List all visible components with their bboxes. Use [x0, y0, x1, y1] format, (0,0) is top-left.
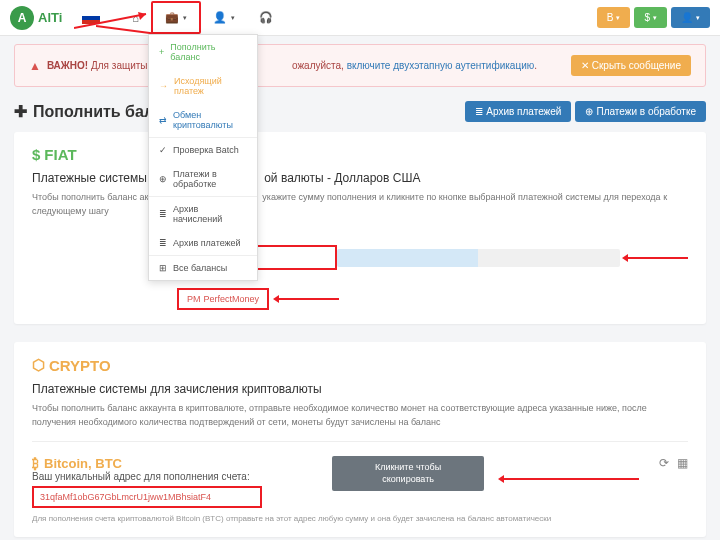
fiat-panel: $ FIAT Платежные системы длой валюты - Д…: [14, 132, 706, 324]
alert-icon: ▲: [29, 59, 41, 73]
annotation-arrow-btc: [504, 478, 639, 480]
btc-note: Для пополнения счета криптовалютой Bitco…: [32, 514, 688, 523]
fiat-subtitle: Платежные системы длой валюты - Долларов…: [32, 171, 688, 185]
nav-wallet-dropdown[interactable]: 💼▾: [151, 1, 201, 34]
refresh-icon[interactable]: ⟳: [659, 456, 669, 470]
crypto-panel: ⬡ CRYPTO Платежные системы для зачислени…: [14, 342, 706, 537]
dropdown-item[interactable]: ⊕Платежи в обработке: [149, 162, 257, 196]
alert-strong: ВАЖНО!: [47, 60, 88, 71]
dropdown-item[interactable]: →Исходящий платеж: [149, 69, 257, 103]
btc-title: ₿ Bitcoin, BTC: [32, 456, 312, 471]
annotation-arrow-pm: [279, 298, 339, 300]
dropdown-item[interactable]: ≣Архив начислений: [149, 197, 257, 231]
nav-support[interactable]: 🎧: [247, 3, 285, 32]
flag-ru-icon[interactable]: [82, 12, 100, 24]
topbar: A AlTi ⌂ 💼▾ 👤▾ 🎧 B▾ $▾ 👤▾ +Пополнить бал…: [0, 0, 720, 36]
logo-badge: A: [10, 6, 34, 30]
crypto-desc: Чтобы пополнить баланс аккаунта в крипто…: [32, 402, 688, 429]
btc-copy-button[interactable]: Кликните чтобы скопировать: [332, 456, 484, 491]
alert-2fa: ▲ ВАЖНО! Для защиты досту ожалуйста, вкл…: [14, 44, 706, 87]
dropdown-item[interactable]: +Пополнить баланс: [149, 35, 257, 69]
qr-icon[interactable]: ▦: [677, 456, 688, 470]
btc-sub: Ваш уникальный адрес для пополнения счет…: [32, 471, 312, 482]
logo-text: AlTi: [38, 10, 62, 25]
topbar-btn-dollar[interactable]: $▾: [634, 7, 667, 28]
btc-address-input[interactable]: [32, 486, 262, 508]
alert-link-2fa[interactable]: включите двухэтапную аутентификацию: [347, 60, 535, 71]
btn-archive[interactable]: ≣ Архив платежей: [465, 101, 571, 122]
page-header: ✚ Пополнить баланс ≣ Архив платежей ⊕ Пл…: [14, 101, 706, 122]
dropdown-item[interactable]: ⊞Все балансы: [149, 256, 257, 280]
alert-close-button[interactable]: ✕ Скрыть сообщение: [571, 55, 691, 76]
amount-progress: [337, 249, 620, 267]
nav-home[interactable]: ⌂: [120, 4, 151, 32]
fiat-desc: Чтобы пополнить баланс аккукажите сумму …: [32, 191, 688, 218]
nav-user-dropdown[interactable]: 👤▾: [201, 3, 247, 32]
dropdown-item[interactable]: ≣Архив платежей: [149, 231, 257, 255]
perfectmoney-button[interactable]: PM PerfectMoney: [177, 288, 269, 310]
dropdown-item[interactable]: ✓Проверка Batch: [149, 138, 257, 162]
btn-processing[interactable]: ⊕ Платежи в обработке: [575, 101, 706, 122]
wallet-dropdown-menu: +Пополнить баланс→Исходящий платеж⇄Обмен…: [148, 34, 258, 281]
crypto-subtitle: Платежные системы для зачисления криптов…: [32, 382, 688, 396]
crypto-title: ⬡ CRYPTO: [32, 356, 688, 374]
topbar-btn-user[interactable]: 👤▾: [671, 7, 710, 28]
fiat-title: $ FIAT: [32, 146, 688, 163]
topbar-btn-b[interactable]: B▾: [597, 7, 631, 28]
dropdown-item[interactable]: ⇄Обмен криптовалюты: [149, 103, 257, 137]
annotation-arrow-amount: [628, 257, 688, 259]
